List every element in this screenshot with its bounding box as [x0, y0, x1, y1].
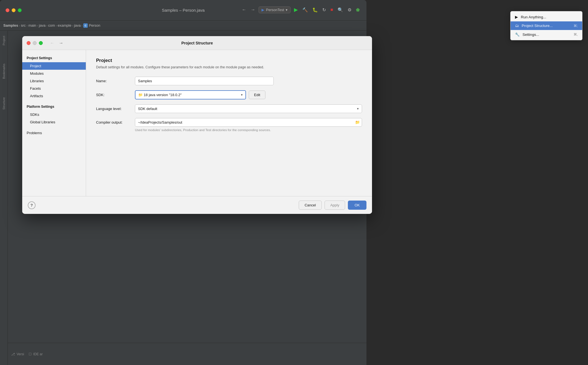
- compiler-hint: Used for modules' subdirectories, Produc…: [135, 128, 271, 132]
- class-icon: C: [83, 23, 88, 28]
- menu-item-project-structure[interactable]: 🗂 Project Structure... ⌘;: [511, 21, 582, 30]
- name-input[interactable]: [135, 77, 274, 85]
- settings-shortcut: ⌘,: [574, 32, 578, 36]
- dialog-title: Project Structure: [181, 41, 213, 45]
- breadcrumb-classname: Person: [89, 23, 100, 28]
- title-bar: Samples – Person.java ← → ▶ PersonTest ▾…: [0, 0, 366, 21]
- sidebar-item-artifacts-label: Artifacts: [30, 94, 43, 98]
- name-row: Name:: [96, 77, 362, 85]
- sidebar-item-artifacts[interactable]: Artifacts: [22, 92, 86, 100]
- footer-right: Cancel Apply OK: [299, 201, 366, 210]
- dialog-maximize-button[interactable]: [39, 41, 43, 45]
- sdk-edit-button[interactable]: Edit: [249, 91, 265, 99]
- breadcrumb-sep-5: ›: [56, 24, 57, 27]
- breadcrumb-com[interactable]: com: [48, 23, 55, 28]
- breadcrumb-project[interactable]: Samples: [3, 23, 18, 28]
- toolbar-right: ← → ▶ PersonTest ▾ ▶ 🔨 🐛 ↻ ■ 🔍 ⚙ ⬟: [241, 6, 361, 14]
- settings-button[interactable]: ⚙: [346, 6, 353, 14]
- debug-button[interactable]: 🐛: [311, 6, 319, 14]
- dialog-forward-button[interactable]: →: [57, 40, 65, 46]
- sidebar-item-project[interactable]: Project: [22, 62, 86, 70]
- back-button[interactable]: ←: [241, 6, 247, 13]
- dialog-minimize-button[interactable]: [33, 41, 37, 45]
- dialog-traffic-lights: [27, 41, 43, 45]
- breadcrumb-sep-1: ›: [19, 24, 20, 27]
- run-config-dropdown-icon: ▾: [286, 8, 288, 12]
- sdk-select[interactable]: 📁 18 java version "18.0.2": [135, 90, 246, 99]
- sdk-select-wrapper: 📁 18 java version "18.0.2": [135, 90, 246, 99]
- project-structure-icon: 🗂: [515, 24, 519, 28]
- help-button[interactable]: ?: [28, 201, 36, 209]
- compiler-output-label: Compiler output:: [96, 120, 135, 124]
- version-control-item[interactable]: ⎇ Versi: [11, 352, 24, 356]
- dialog-body: Project Settings Project Modules Librari…: [22, 50, 372, 196]
- breadcrumb-src[interactable]: src: [21, 23, 26, 28]
- window-title: Samples – Person.java: [162, 8, 205, 12]
- breadcrumb-sep-7: ›: [81, 24, 82, 27]
- menu-item-settings-left: 🔧 Settings...: [515, 32, 539, 37]
- sidebar-item-modules[interactable]: Modules: [22, 70, 86, 77]
- run-config-label: PersonTest: [266, 8, 284, 12]
- stop-button[interactable]: ■: [329, 6, 334, 13]
- project-structure-shortcut: ⌘;: [574, 24, 578, 28]
- compiler-output-row-inner: Compiler output: 📁: [96, 118, 362, 127]
- cancel-button[interactable]: Cancel: [299, 201, 321, 210]
- compiler-hint-wrapper: Used for modules' subdirectories, Produc…: [96, 127, 271, 132]
- breadcrumb-example[interactable]: example: [58, 23, 71, 28]
- sidebar-divider-2: [22, 126, 86, 129]
- sidebar-item-facets[interactable]: Facets: [22, 85, 86, 92]
- sidebar-item-libraries[interactable]: Libraries: [22, 77, 86, 85]
- dialog-content: Project Default settings for all modules…: [86, 50, 372, 196]
- menu-item-settings[interactable]: 🔧 Settings... ⌘,: [511, 30, 582, 39]
- run-config-selector[interactable]: ▶ PersonTest ▾: [258, 6, 291, 13]
- breadcrumb-sep-4: ›: [46, 24, 47, 27]
- search-button[interactable]: 🔍: [336, 6, 344, 14]
- compiler-output-folder-button[interactable]: 📁: [355, 120, 360, 124]
- sidebar-item-bookmarks[interactable]: Bookmarks: [1, 61, 7, 81]
- content-section-desc: Default settings for all modules. Config…: [96, 65, 362, 70]
- build-button[interactable]: 🔨: [301, 6, 309, 14]
- breadcrumb-class[interactable]: C Person: [83, 23, 100, 28]
- language-level-select[interactable]: SDK default: [135, 104, 362, 113]
- breadcrumb-java[interactable]: java: [39, 23, 46, 28]
- bottom-bar: ⎇ Versi ☐ IDE ar: [8, 343, 366, 365]
- sidebar-item-problems-label: Problems: [27, 131, 42, 135]
- forward-button[interactable]: →: [250, 6, 256, 13]
- language-level-wrapper: SDK default: [135, 104, 362, 113]
- sdk-label: SDK:: [96, 93, 135, 97]
- sidebar-item-global-libraries[interactable]: Global Libraries: [22, 118, 86, 126]
- menu-item-run-anything-left: ▶ Run Anything...: [515, 15, 546, 19]
- settings-icon: 🔧: [515, 32, 520, 37]
- update-button[interactable]: ⬟: [355, 6, 361, 14]
- project-structure-label: Project Structure...: [522, 24, 553, 28]
- run-anything-icon: ▶: [515, 15, 518, 19]
- sidebar-item-project[interactable]: Project: [1, 34, 7, 48]
- ok-button[interactable]: OK: [348, 201, 366, 210]
- dialog-nav: ← →: [48, 40, 65, 46]
- maximize-button[interactable]: [18, 8, 22, 12]
- dropdown-menu: ▶ Run Anything... 🗂 Project Structure...…: [510, 11, 582, 40]
- dialog-title-bar: ← → Project Structure: [22, 36, 372, 50]
- menu-item-run-anything[interactable]: ▶ Run Anything...: [511, 12, 582, 21]
- close-button[interactable]: [6, 8, 9, 12]
- run-button[interactable]: ▶: [293, 6, 299, 14]
- compiler-output-wrapper: 📁: [135, 118, 362, 127]
- compiler-output-input[interactable]: [135, 118, 362, 127]
- minimize-button[interactable]: [12, 8, 16, 12]
- content-section-title: Project: [96, 58, 362, 63]
- vc-label: Versi: [17, 352, 24, 356]
- ide-ar-item[interactable]: ☐ IDE ar: [29, 352, 43, 356]
- sidebar-item-structure[interactable]: Structure: [1, 95, 7, 112]
- sidebar-item-problems[interactable]: Problems: [22, 129, 86, 137]
- dialog-back-button[interactable]: ←: [48, 40, 56, 46]
- dialog-close-button[interactable]: [27, 41, 31, 45]
- sidebar-item-facets-label: Facets: [30, 86, 41, 91]
- breadcrumb-main[interactable]: main: [28, 23, 36, 28]
- sidebar-item-sdks[interactable]: SDKs: [22, 111, 86, 118]
- breadcrumb-java2[interactable]: java: [74, 23, 81, 28]
- apply-button[interactable]: Apply: [325, 201, 345, 210]
- project-settings-heading: Project Settings: [22, 54, 86, 62]
- reload-button[interactable]: ↻: [321, 6, 327, 14]
- breadcrumb-sep-3: ›: [37, 24, 38, 27]
- traffic-lights: [6, 8, 22, 12]
